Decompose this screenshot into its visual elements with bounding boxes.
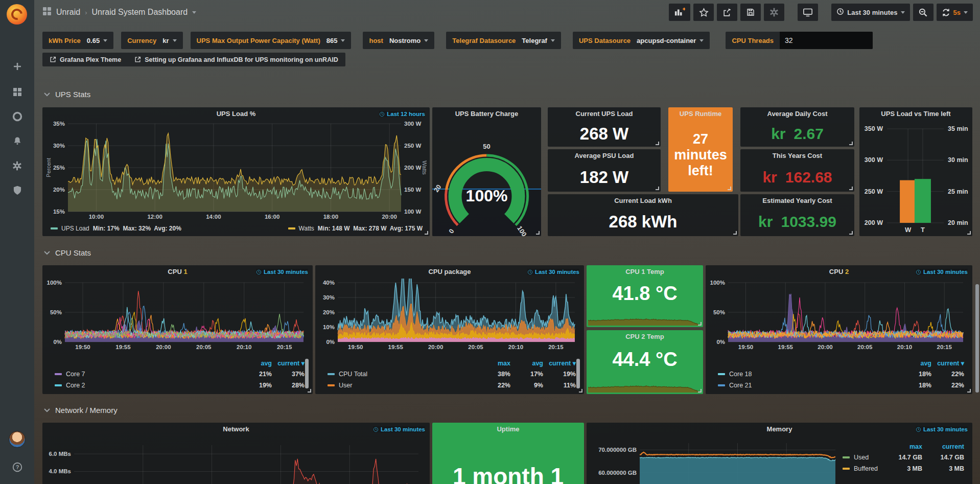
legend-column-current[interactable]: current bbox=[922, 443, 964, 450]
breadcrumb[interactable]: Unraid › Unraid System Dashboard bbox=[42, 0, 196, 25]
legend-column-current[interactable]: current ▾ bbox=[272, 359, 305, 367]
legend-row[interactable]: User22%9%11% bbox=[328, 380, 576, 391]
panel-title[interactable]: UPS Load vs Time left bbox=[859, 107, 972, 121]
add-panel-button[interactable] bbox=[669, 4, 690, 21]
refresh-button[interactable]: 5s bbox=[937, 4, 973, 21]
link-grafana-plex-theme[interactable]: Grafana Plex Theme bbox=[50, 56, 121, 63]
network-chart[interactable]: 2.0 MBs4.0 MBs6.0 MBs bbox=[44, 436, 427, 484]
panel-time-range[interactable]: Last 30 minutes bbox=[527, 269, 579, 275]
dashboard-settings-button[interactable] bbox=[764, 4, 784, 21]
panel-time-range[interactable]: Last 30 minutes bbox=[373, 426, 425, 432]
link-ups-monitoring-guide[interactable]: Setting up Grafana and InfluxDB for UPS … bbox=[134, 56, 338, 63]
var-value-dropdown[interactable]: Nostromo bbox=[389, 37, 428, 44]
cpu-package-chart[interactable]: 0%10%20%30%40%19:5019:5520:0020:0520:102… bbox=[317, 279, 581, 352]
share-button[interactable] bbox=[717, 4, 737, 21]
legend-scrollbar[interactable] bbox=[576, 359, 580, 388]
legend-column-current[interactable]: current ▾ bbox=[931, 359, 964, 367]
resize-handle[interactable] bbox=[308, 389, 311, 393]
cpu-threads-input[interactable] bbox=[780, 32, 873, 49]
ups-bar-chart[interactable]: 200 W20 min250 W25 min300 W30 min350 W35… bbox=[859, 121, 972, 236]
legend-column-avg[interactable]: avg bbox=[899, 360, 931, 367]
explore-ring-icon[interactable] bbox=[0, 106, 34, 127]
panel-title[interactable]: Average Daily Cost bbox=[740, 107, 854, 121]
legend-row[interactable]: Used14.7 GB14.7 GB bbox=[843, 452, 964, 463]
resize-handle[interactable] bbox=[656, 187, 659, 190]
legend-column-max[interactable]: max bbox=[880, 443, 922, 450]
legend-row[interactable]: Core 219%28% bbox=[55, 380, 305, 391]
legend-row[interactable]: Buffered3 MB3 MB bbox=[843, 463, 964, 474]
resize-handle[interactable] bbox=[536, 231, 540, 235]
ups-load-chart[interactable]: 15%100 W20%150 W25%200 W30%250 W35%300 W… bbox=[45, 121, 427, 222]
star-button[interactable] bbox=[693, 4, 714, 21]
var-value-dropdown[interactable]: 0.65 bbox=[87, 37, 107, 44]
resize-handle[interactable] bbox=[733, 231, 737, 235]
var-value-dropdown[interactable]: apcupsd-container bbox=[637, 37, 704, 44]
resize-handle[interactable] bbox=[656, 142, 659, 145]
cpu1-chart[interactable]: 0%50%100%19:5019:5520:0020:0520:1020:15 bbox=[44, 279, 310, 352]
page-scrollbar[interactable] bbox=[975, 284, 979, 393]
section-network-memory[interactable]: Network / Memory bbox=[44, 406, 118, 414]
chevron-down-icon bbox=[551, 39, 555, 42]
resize-handle[interactable] bbox=[967, 231, 971, 235]
legend-entry[interactable]: WattsMin: 148 W Max: 278 W Avg: 175 W bbox=[288, 225, 423, 232]
panel-title[interactable]: Current UPS Load bbox=[548, 107, 661, 121]
time-range-picker[interactable]: Last 30 minutes bbox=[831, 4, 909, 21]
panel-time-range[interactable]: Last 30 minutes bbox=[916, 269, 968, 275]
legend-row[interactable]: Core 2118%22% bbox=[718, 380, 964, 391]
help-question-icon[interactable]: ? bbox=[0, 457, 34, 477]
save-button[interactable] bbox=[740, 4, 761, 21]
legend-row[interactable]: CPU Total38%17%19% bbox=[328, 368, 576, 380]
panel-title[interactable]: UPS Battery Charge bbox=[432, 107, 541, 121]
memory-chart[interactable]: 50.000000 GB60.000000 GB70.000000 GB bbox=[589, 436, 841, 484]
legend-column-max[interactable]: max bbox=[478, 360, 510, 367]
legend-row[interactable]: Core 1818%22% bbox=[718, 368, 964, 380]
var-value-dropdown[interactable]: Telegraf bbox=[522, 37, 555, 44]
resize-handle[interactable] bbox=[728, 187, 731, 190]
svg-text:20:10: 20:10 bbox=[237, 344, 251, 350]
panel-title[interactable]: UPS Load % bbox=[42, 107, 430, 121]
breadcrumb-folder[interactable]: Unraid bbox=[56, 8, 80, 17]
dashboards-grid-icon[interactable] bbox=[0, 82, 34, 102]
section-cpu-stats[interactable]: CPU Stats bbox=[44, 248, 91, 257]
panel-title[interactable]: Average PSU Load bbox=[548, 149, 661, 163]
grafana-logo[interactable] bbox=[7, 4, 27, 25]
legend-column-avg[interactable]: avg bbox=[239, 360, 272, 367]
var-value-dropdown[interactable]: kr bbox=[162, 37, 176, 44]
create-plus-icon[interactable] bbox=[0, 56, 34, 77]
cpu2-chart[interactable]: 0%50%100%19:5019:5520:0020:0520:1020:15 bbox=[708, 279, 969, 352]
tv-mode-button[interactable] bbox=[798, 4, 818, 21]
resize-handle[interactable] bbox=[849, 231, 853, 235]
chevron-down-icon[interactable] bbox=[192, 11, 196, 14]
resize-handle[interactable] bbox=[579, 389, 582, 393]
legend-row[interactable]: Core 721%37% bbox=[55, 368, 305, 380]
alerting-bell-icon[interactable] bbox=[0, 131, 34, 151]
panel-title[interactable]: UPS Runtime bbox=[668, 107, 733, 121]
panel-title[interactable]: This Years Cost bbox=[740, 149, 854, 163]
panel-title[interactable]: Estimated Yearly Cost bbox=[740, 194, 854, 208]
legend-column-current[interactable]: current ▾ bbox=[543, 359, 576, 367]
panel-time-range[interactable]: Last 30 minutes bbox=[256, 269, 308, 275]
panel-time-range[interactable]: Last 30 minutes bbox=[916, 426, 968, 432]
resize-handle[interactable] bbox=[425, 231, 428, 235]
user-avatar[interactable] bbox=[9, 431, 26, 448]
resize-handle[interactable] bbox=[849, 142, 853, 145]
zoom-out-button[interactable] bbox=[913, 4, 934, 21]
battery-gauge[interactable]: 02050100100% bbox=[432, 121, 541, 236]
panel-title[interactable]: Network bbox=[42, 423, 430, 436]
legend-scrollbar[interactable] bbox=[305, 359, 309, 388]
resize-handle[interactable] bbox=[849, 187, 853, 190]
resize-handle[interactable] bbox=[698, 322, 702, 326]
section-ups-stats[interactable]: UPS Stats bbox=[44, 90, 90, 99]
page-title[interactable]: Unraid System Dashboard bbox=[91, 8, 188, 17]
var-value-dropdown[interactable]: 865 bbox=[326, 37, 345, 44]
legend-column-avg[interactable]: avg bbox=[510, 360, 543, 367]
legend-entry[interactable]: UPS LoadMin: 17% Max: 32% Avg: 20% bbox=[51, 225, 181, 232]
server-admin-shield-icon[interactable] bbox=[0, 180, 34, 200]
resize-handle[interactable] bbox=[967, 389, 971, 393]
resize-handle[interactable] bbox=[698, 389, 702, 393]
panel-time-range[interactable]: Last 12 hours bbox=[379, 111, 425, 117]
panel-title[interactable]: Memory bbox=[587, 423, 972, 436]
configuration-gear-icon[interactable] bbox=[0, 155, 34, 176]
panel-title[interactable]: Uptime bbox=[432, 423, 584, 436]
panel-title[interactable]: Current Load kWh bbox=[548, 194, 738, 208]
